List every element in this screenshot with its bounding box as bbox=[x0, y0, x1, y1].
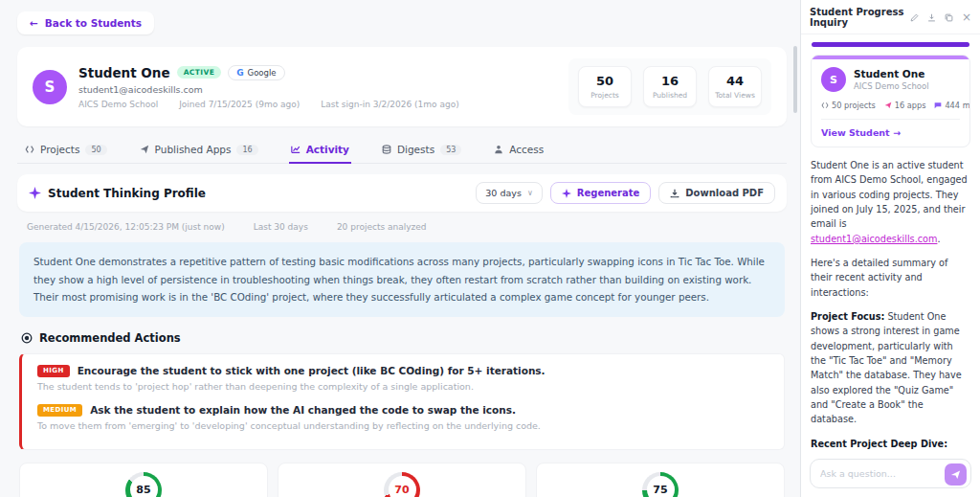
tab-published-apps[interactable]: Published Apps 16 bbox=[138, 136, 260, 164]
send-button[interactable] bbox=[945, 463, 967, 486]
gauge-ring: 75 bbox=[642, 472, 679, 497]
chart-line-icon bbox=[291, 145, 301, 154]
student-joined: Joined 7/15/2025 (9mo ago) bbox=[179, 100, 300, 109]
gauge-seriousness: 85 Seriousness High volume of projects, … bbox=[19, 463, 268, 497]
back-to-students-button[interactable]: ← Back to Students bbox=[17, 11, 154, 34]
bullseye-icon bbox=[21, 332, 33, 344]
student-header-card: S Student One ACTIVE G Google student1@a… bbox=[17, 47, 787, 126]
tab-digests-badge: 53 bbox=[440, 145, 461, 155]
inquiry-sidebar: Student Progress Inquiry × S Student One… bbox=[800, 0, 980, 497]
email-link[interactable]: student1@aicodeskills.com bbox=[811, 234, 937, 244]
provider-label: Google bbox=[248, 68, 277, 78]
priority-badge-medium: MEDIUM bbox=[37, 404, 82, 417]
tab-activity[interactable]: Activity bbox=[289, 136, 351, 164]
question-input-row bbox=[801, 451, 980, 497]
copy-icon[interactable] bbox=[945, 13, 953, 22]
student-avatar: S bbox=[821, 67, 846, 92]
tab-access[interactable]: Access bbox=[492, 136, 546, 164]
period-select[interactable]: 30 days ∨ bbox=[476, 182, 542, 204]
google-icon: G bbox=[236, 68, 243, 78]
back-button-label: Back to Students bbox=[45, 17, 142, 29]
download-icon[interactable] bbox=[927, 13, 936, 22]
assistant-response: Student One is an active student from AI… bbox=[811, 158, 970, 451]
sparkle-icon bbox=[29, 187, 41, 199]
student-stats: 50 Projects 16 Published 44 Total Views bbox=[568, 58, 771, 115]
analysis-window: Last 30 days bbox=[254, 222, 308, 232]
sidebar-header: Student Progress Inquiry × bbox=[801, 0, 980, 34]
project-focus-paragraph: Project Focus: Student One shows a stron… bbox=[811, 309, 970, 427]
recommended-actions-title: Recommended Actions bbox=[21, 331, 783, 345]
close-icon[interactable]: × bbox=[962, 11, 971, 23]
tab-projects[interactable]: Projects 50 bbox=[23, 136, 109, 164]
stat-published: 16 Published bbox=[643, 66, 697, 107]
code-icon bbox=[25, 145, 34, 154]
sparkle-icon bbox=[562, 189, 571, 198]
projects-analyzed: 20 projects analyzed bbox=[337, 222, 427, 232]
recommended-actions-box: HIGH Encourage the student to stick with… bbox=[19, 353, 785, 450]
card-stat-msgs: 444 msgs bbox=[934, 101, 970, 110]
student-last-signin: Last sign-in 3/2/2026 (1mo ago) bbox=[321, 100, 458, 109]
gauge-clarity: 75 Clarity Prompts are clear and success… bbox=[536, 463, 785, 497]
tab-digests[interactable]: Digests 53 bbox=[380, 136, 463, 164]
student-summary-card: S Student One AICS Demo School 50 projec… bbox=[811, 55, 970, 147]
student-email: student1@aicodeskills.com bbox=[78, 84, 459, 95]
card-student-name: Student One bbox=[854, 68, 929, 79]
student-name: Student One bbox=[78, 65, 170, 80]
intro-paragraph: Student One is an active student from AI… bbox=[811, 158, 970, 246]
thinking-profile-header: Student Thinking Profile 30 days ∨ Regen… bbox=[17, 174, 787, 212]
query-highlight-bar bbox=[812, 42, 969, 47]
stat-projects: 50 Projects bbox=[578, 66, 632, 107]
summary-paragraph: Here's a detailed summary of their recen… bbox=[811, 256, 970, 300]
generated-timestamp: Generated 4/15/2026, 12:05:23 PM (just n… bbox=[27, 222, 225, 232]
sidebar-conversation[interactable]: S Student One AICS Demo School 50 projec… bbox=[801, 34, 980, 451]
download-pdf-button[interactable]: Download PDF bbox=[658, 182, 775, 204]
status-badge: ACTIVE bbox=[177, 66, 222, 79]
edit-icon[interactable] bbox=[910, 13, 919, 22]
person-icon bbox=[494, 145, 503, 154]
action-item: MEDIUM Ask the student to explain how th… bbox=[37, 404, 768, 431]
gauge-ring: 85 bbox=[125, 472, 162, 497]
card-stat-apps: 16 apps bbox=[884, 101, 926, 110]
send-icon bbox=[950, 469, 961, 480]
chevron-down-icon: ∨ bbox=[527, 189, 533, 197]
tab-projects-badge: 50 bbox=[85, 145, 106, 155]
profile-title: Student Thinking Profile bbox=[48, 187, 206, 200]
deep-dive-heading: Recent Project Deep Dive: bbox=[811, 437, 970, 451]
main-scrollbar[interactable] bbox=[793, 46, 797, 113]
action-item: HIGH Encourage the student to stick with… bbox=[37, 365, 768, 392]
card-student-school: AICS Demo School bbox=[854, 81, 929, 91]
view-student-link[interactable]: View Student → bbox=[821, 119, 960, 138]
paper-plane-icon bbox=[140, 145, 149, 154]
profile-meta-row: Generated 4/15/2026, 12:05:23 PM (just n… bbox=[17, 212, 787, 232]
sidebar-title: Student Progress Inquiry bbox=[810, 7, 910, 28]
profile-summary: Student One demonstrates a repetitive pa… bbox=[19, 242, 785, 317]
stack-icon bbox=[382, 145, 391, 154]
google-provider-badge: G Google bbox=[228, 65, 284, 80]
regenerate-button[interactable]: Regenerate bbox=[550, 182, 652, 204]
card-stat-projects: 50 projects bbox=[821, 101, 876, 110]
gauge-ring: 70 bbox=[384, 472, 420, 497]
student-school: AICS Demo School bbox=[78, 100, 158, 109]
main-content: ← Back to Students S Student One ACTIVE … bbox=[0, 0, 800, 497]
download-icon bbox=[670, 189, 679, 198]
tab-bar: Projects 50 Published Apps 16 Activity D… bbox=[17, 136, 787, 164]
metric-gauges: 85 Seriousness High volume of projects, … bbox=[19, 463, 785, 497]
gauge-ai-dependence: 70 AI Dependence Rarely asks 'why' or 'h… bbox=[278, 463, 526, 497]
stat-total-views: 44 Total Views bbox=[708, 66, 762, 107]
priority-badge-high: HIGH bbox=[37, 365, 70, 377]
student-avatar: S bbox=[33, 70, 67, 104]
back-arrow-icon: ← bbox=[30, 17, 38, 29]
tab-published-badge: 16 bbox=[236, 145, 257, 155]
